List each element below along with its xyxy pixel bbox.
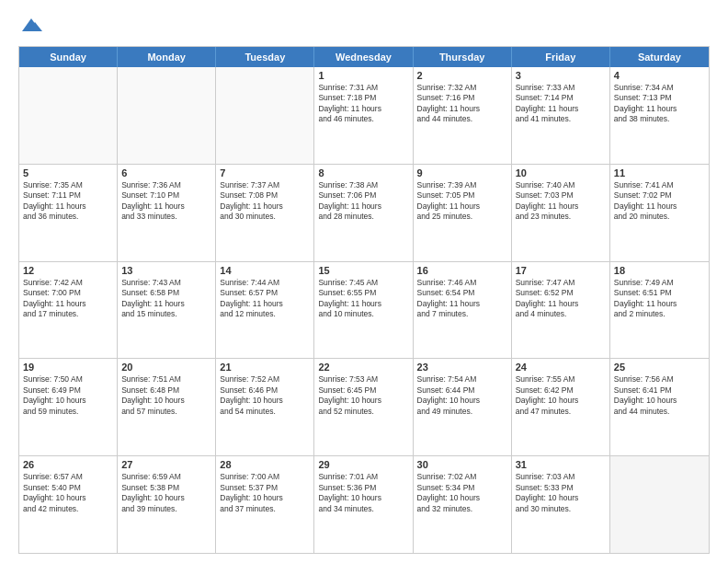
- cell-line: Sunrise: 7:46 AM: [417, 278, 507, 288]
- day-number: 10: [516, 167, 606, 178]
- cell-line: and 33 minutes.: [121, 212, 211, 222]
- cell-line: and 52 minutes.: [318, 407, 408, 417]
- cell-line: and 36 minutes.: [23, 212, 113, 222]
- cell-line: and 57 minutes.: [121, 407, 211, 417]
- day-cell-17: 17Sunrise: 7:47 AMSunset: 6:52 PMDayligh…: [512, 262, 610, 359]
- cell-line: Sunrise: 6:57 AM: [23, 472, 113, 482]
- cell-line: Sunrise: 7:02 AM: [417, 472, 507, 482]
- week-row-5: 26Sunrise: 6:57 AMSunset: 5:40 PMDayligh…: [19, 455, 709, 553]
- cell-line: Daylight: 11 hours: [614, 299, 705, 309]
- cell-line: Sunset: 7:00 PM: [23, 288, 113, 298]
- day-cell-18: 18Sunrise: 7:49 AMSunset: 6:51 PMDayligh…: [610, 262, 709, 359]
- cell-line: Sunrise: 7:36 AM: [121, 180, 211, 190]
- cell-line: Sunset: 7:10 PM: [121, 190, 211, 201]
- cell-line: Daylight: 10 hours: [318, 493, 408, 503]
- cell-line: Sunset: 7:05 PM: [417, 190, 507, 201]
- cell-line: Daylight: 11 hours: [516, 299, 606, 309]
- cell-line: and 17 minutes.: [23, 309, 113, 319]
- day-number: 7: [220, 167, 310, 178]
- week-row-1: 1Sunrise: 7:31 AMSunset: 7:18 PMDaylight…: [19, 67, 709, 164]
- day-cell-9: 9Sunrise: 7:39 AMSunset: 7:05 PMDaylight…: [414, 165, 512, 261]
- cell-line: Daylight: 11 hours: [516, 104, 606, 114]
- day-number: 31: [516, 459, 606, 470]
- cell-line: and 47 minutes.: [516, 407, 606, 417]
- cell-line: Sunrise: 7:33 AM: [516, 83, 606, 93]
- cell-line: Daylight: 11 hours: [318, 201, 408, 212]
- cell-line: Sunrise: 7:34 AM: [614, 83, 705, 93]
- cell-line: Sunset: 5:37 PM: [220, 483, 310, 493]
- header-day-thursday: Thursday: [414, 47, 512, 67]
- day-cell-26: 26Sunrise: 6:57 AMSunset: 5:40 PMDayligh…: [19, 456, 118, 553]
- cell-line: Sunrise: 7:32 AM: [417, 83, 507, 93]
- cell-line: Daylight: 11 hours: [23, 299, 113, 309]
- cell-line: and 15 minutes.: [121, 309, 211, 319]
- cell-line: and 2 minutes.: [614, 309, 705, 319]
- day-cell-25: 25Sunrise: 7:56 AMSunset: 6:41 PMDayligh…: [610, 359, 709, 455]
- cell-line: Sunrise: 7:40 AM: [516, 180, 606, 190]
- calendar-header: SundayMondayTuesdayWednesdayThursdayFrid…: [19, 47, 709, 67]
- cell-line: Sunset: 5:38 PM: [121, 483, 211, 493]
- cell-line: Daylight: 10 hours: [220, 396, 310, 406]
- cell-line: Daylight: 10 hours: [220, 493, 310, 503]
- day-number: 18: [614, 265, 705, 276]
- cell-line: Sunrise: 7:55 AM: [516, 374, 606, 385]
- day-number: 23: [417, 362, 507, 373]
- day-cell-21: 21Sunrise: 7:52 AMSunset: 6:46 PMDayligh…: [216, 359, 314, 455]
- day-cell-12: 12Sunrise: 7:42 AMSunset: 7:00 PMDayligh…: [19, 262, 118, 359]
- cell-line: Sunrise: 7:49 AM: [614, 278, 705, 288]
- cell-line: Sunrise: 7:44 AM: [220, 278, 310, 288]
- day-cell-27: 27Sunrise: 6:59 AMSunset: 5:38 PMDayligh…: [118, 456, 216, 553]
- cell-line: Daylight: 10 hours: [23, 396, 113, 406]
- day-number: 21: [220, 362, 310, 373]
- cell-line: and 12 minutes.: [220, 309, 310, 319]
- cell-line: Sunset: 7:16 PM: [417, 93, 507, 103]
- cell-line: and 41 minutes.: [516, 114, 606, 124]
- cell-line: Sunrise: 7:47 AM: [516, 278, 606, 288]
- day-number: 17: [516, 265, 606, 276]
- cell-line: Sunrise: 7:53 AM: [318, 374, 408, 385]
- week-row-3: 12Sunrise: 7:42 AMSunset: 7:00 PMDayligh…: [19, 261, 709, 359]
- cell-line: Sunset: 6:54 PM: [417, 288, 507, 298]
- cell-line: Sunset: 6:57 PM: [220, 288, 310, 298]
- day-number: 26: [23, 459, 113, 470]
- calendar: SundayMondayTuesdayWednesdayThursdayFrid…: [18, 46, 710, 554]
- cell-line: and 7 minutes.: [417, 309, 507, 319]
- day-number: 25: [614, 362, 705, 373]
- day-number: 13: [121, 265, 211, 276]
- day-cell-24: 24Sunrise: 7:55 AMSunset: 6:42 PMDayligh…: [512, 359, 610, 455]
- cell-line: and 44 minutes.: [417, 114, 507, 124]
- day-cell-11: 11Sunrise: 7:41 AMSunset: 7:02 PMDayligh…: [610, 165, 709, 261]
- cell-line: Daylight: 11 hours: [318, 104, 408, 114]
- cell-line: Daylight: 10 hours: [516, 493, 606, 503]
- cell-line: Sunset: 7:18 PM: [318, 93, 408, 103]
- cell-line: and 59 minutes.: [23, 407, 113, 417]
- day-number: 30: [417, 459, 507, 470]
- cell-line: and 30 minutes.: [516, 504, 606, 514]
- cell-line: Sunset: 6:58 PM: [121, 288, 211, 298]
- cell-line: Sunset: 6:49 PM: [23, 385, 113, 396]
- cell-line: Daylight: 10 hours: [417, 396, 507, 406]
- day-number: 22: [318, 362, 408, 373]
- day-number: 3: [516, 70, 606, 81]
- cell-line: Daylight: 11 hours: [614, 201, 705, 212]
- cell-line: Sunset: 6:44 PM: [417, 385, 507, 396]
- day-cell-16: 16Sunrise: 7:46 AMSunset: 6:54 PMDayligh…: [414, 262, 512, 359]
- cell-line: and 20 minutes.: [614, 212, 705, 222]
- day-number: 12: [23, 265, 113, 276]
- day-cell-4: 4Sunrise: 7:34 AMSunset: 7:13 PMDaylight…: [610, 67, 709, 164]
- day-cell-31: 31Sunrise: 7:03 AMSunset: 5:33 PMDayligh…: [512, 456, 610, 553]
- cell-line: Sunrise: 7:52 AM: [220, 374, 310, 385]
- day-cell-29: 29Sunrise: 7:01 AMSunset: 5:36 PMDayligh…: [314, 456, 413, 553]
- day-cell-10: 10Sunrise: 7:40 AMSunset: 7:03 PMDayligh…: [512, 165, 610, 261]
- cell-line: Sunrise: 7:45 AM: [318, 278, 408, 288]
- cell-line: Daylight: 11 hours: [121, 299, 211, 309]
- day-cell-28: 28Sunrise: 7:00 AMSunset: 5:37 PMDayligh…: [216, 456, 314, 553]
- day-cell-8: 8Sunrise: 7:38 AMSunset: 7:06 PMDaylight…: [314, 165, 413, 261]
- cell-line: Sunrise: 7:39 AM: [417, 180, 507, 190]
- cell-line: Sunrise: 7:00 AM: [220, 472, 310, 482]
- header-day-saturday: Saturday: [610, 47, 709, 67]
- cell-line: and 39 minutes.: [121, 504, 211, 514]
- day-number: 8: [318, 167, 408, 178]
- cell-line: Sunrise: 7:54 AM: [417, 374, 507, 385]
- logo-icon: [20, 15, 42, 37]
